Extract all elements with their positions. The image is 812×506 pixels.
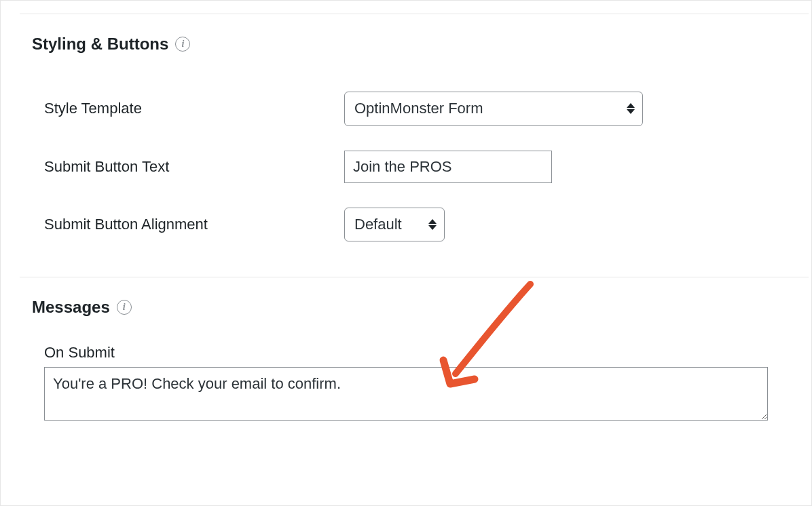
info-icon[interactable]: i xyxy=(175,37,190,52)
style-template-row: Style Template OptinMonster Form xyxy=(20,79,792,138)
submit-button-alignment-control-wrap: Default xyxy=(344,208,792,242)
style-template-select-wrap: OptinMonster Form xyxy=(344,92,643,126)
info-icon[interactable]: i xyxy=(117,300,132,315)
styling-section: Styling & Buttons i Style Template Optin… xyxy=(1,14,811,260)
style-template-label: Style Template xyxy=(44,100,344,117)
submit-button-text-row: Submit Button Text xyxy=(20,138,792,195)
submit-button-text-control-wrap xyxy=(344,151,792,183)
on-submit-label: On Submit xyxy=(44,344,768,362)
messages-section: Messages i On Submit You're a PRO! Check… xyxy=(1,277,811,430)
on-submit-textarea[interactable]: You're a PRO! Check your email to confir… xyxy=(44,367,768,421)
settings-panel: Styling & Buttons i Style Template Optin… xyxy=(0,0,812,506)
styling-section-header: Styling & Buttons i xyxy=(32,35,792,54)
submit-button-text-label: Submit Button Text xyxy=(44,158,344,176)
style-template-select[interactable]: OptinMonster Form xyxy=(344,92,643,126)
messages-section-title: Messages xyxy=(32,298,110,317)
style-template-control-wrap: OptinMonster Form xyxy=(344,92,792,126)
messages-section-header: Messages i xyxy=(32,298,792,317)
styling-section-title: Styling & Buttons xyxy=(32,35,168,54)
top-divider xyxy=(20,1,809,14)
submit-button-text-input[interactable] xyxy=(344,151,552,183)
submit-button-alignment-select-wrap: Default xyxy=(344,208,445,242)
submit-button-alignment-label: Submit Button Alignment xyxy=(44,216,344,233)
on-submit-group: On Submit You're a PRO! Check your email… xyxy=(20,344,792,423)
submit-button-alignment-select[interactable]: Default xyxy=(344,208,445,242)
submit-button-alignment-row: Submit Button Alignment Default xyxy=(20,195,792,254)
